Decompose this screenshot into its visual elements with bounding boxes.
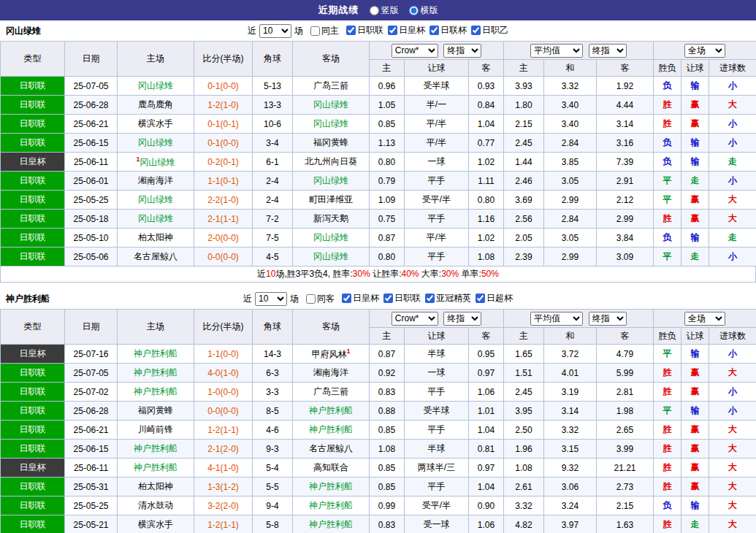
asia-time-select[interactable]: 终指	[443, 44, 481, 58]
layout-radio-horizontal[interactable]: 横版	[409, 4, 438, 17]
team-label: 清水鼓动	[138, 500, 173, 510]
date-cell: 25-06-11	[65, 153, 118, 172]
league-checkbox-input[interactable]	[383, 294, 393, 303]
euro-home-odds: 1.80	[504, 96, 544, 115]
asia-line-cell: 平/半	[405, 115, 469, 134]
summary-text: 单率:	[459, 269, 481, 279]
matches-table: 类型 日期 主场 比分(半场) 角球 客场 Crow* 终指 平均值 终指 全场	[0, 309, 756, 533]
away-team-cell: 高知联合	[293, 459, 370, 478]
league-checkbox-label: 日联杯	[440, 24, 467, 37]
euro-away-odds: 3.84	[597, 229, 654, 248]
home-team-cell: 福冈黄蜂	[118, 402, 194, 421]
euro-draw-odds: 2.99	[544, 191, 597, 210]
handicap-result-cell: 赢	[681, 115, 709, 134]
layout-radio-vertical[interactable]: 竖版	[370, 4, 399, 17]
goals-result-cell: 小	[709, 134, 756, 153]
asia-line-cell: 半球	[405, 440, 469, 459]
league-checkbox-input[interactable]	[425, 294, 435, 303]
same-venue-checkbox-input[interactable]	[310, 26, 320, 36]
home-team-cell: 1冈山绿雉	[118, 153, 194, 172]
asia-away-odds: 0.93	[469, 77, 504, 96]
horizontal-radio-icon[interactable]	[409, 6, 419, 15]
score-cell: 2-0(0-0)	[194, 229, 253, 248]
scope-select[interactable]: 全场	[684, 44, 725, 58]
league-filter-checkbox[interactable]: 日皇杯	[388, 24, 425, 37]
col-euro-away: 客	[597, 60, 654, 77]
goals-result-cell: 大	[709, 478, 756, 496]
match-count-select[interactable]: 10	[255, 292, 287, 306]
euro-home-odds: 1.08	[504, 459, 544, 478]
team-label: 神户胜利船	[309, 519, 353, 529]
match-row: 日职联25-05-25清水鼓动3-2(2-0)9-4神户胜利船0.99受平/半0…	[1, 496, 756, 515]
euro-away-odds: 7.39	[597, 153, 654, 172]
asia-line-cell: 半球	[405, 345, 469, 364]
euro-time-select[interactable]: 终指	[589, 44, 627, 58]
league-checkbox-input[interactable]	[346, 26, 356, 35]
same-venue-checkbox[interactable]: 同主	[310, 25, 339, 37]
league-badge: 日职联	[1, 383, 65, 402]
asia-home-odds: 0.85	[370, 421, 405, 440]
outcome-cell: 胜	[654, 364, 681, 383]
league-filter-checkbox[interactable]: 日联杯	[429, 24, 467, 37]
outcome-cell: 胜	[654, 421, 681, 440]
team-label: 横滨水手	[138, 519, 173, 529]
asia-away-odds: 0.97	[469, 459, 504, 478]
asia-source-select[interactable]: Crow*	[392, 44, 438, 58]
league-filter-checkbox[interactable]: 亚冠精英	[425, 292, 471, 304]
asia-odds-group: Crow* 终指	[370, 310, 504, 328]
team-label: 甲府风林	[311, 349, 346, 359]
away-team-cell: 甲府风林1	[293, 345, 370, 364]
league-filter-checkbox[interactable]: 日皇杯	[342, 292, 379, 304]
euro-source-select[interactable]: 平均值	[530, 312, 583, 326]
team-label: 冈山绿雉	[313, 251, 348, 261]
home-team-cell: 神户胜利船	[118, 345, 194, 364]
euro-draw-odds: 3.32	[544, 421, 597, 440]
league-filter-checkbox[interactable]: 日职乙	[471, 24, 508, 37]
euro-home-odds: 2.39	[504, 248, 544, 266]
euro-home-odds: 1.96	[504, 440, 544, 459]
score-cell: 1-2(1-0)	[194, 96, 253, 115]
home-team-cell: 冈山绿雉	[118, 210, 194, 229]
corners-cell: 4-5	[253, 248, 293, 266]
league-checkbox-input[interactable]	[342, 294, 351, 303]
corners-cell: 2-4	[253, 191, 293, 210]
matches-body: 日职联25-07-05冈山绿雉0-1(0-0)5-13广岛三箭0.96受半球0.…	[1, 77, 756, 266]
score-cell: 4-0(1-0)	[194, 364, 253, 383]
outcome-cell: 负	[654, 153, 681, 172]
away-team-cell: 冈山绿雉	[293, 115, 370, 134]
league-checkbox-input[interactable]	[471, 26, 481, 35]
match-count-select[interactable]: 10	[259, 24, 291, 38]
score-cell: 0-0(0-0)	[194, 402, 253, 421]
away-team-cell: 神户胜利船	[293, 421, 370, 440]
away-team-cell: 福冈黄蜂	[293, 134, 370, 153]
asia-odds-group: Crow* 终指	[370, 42, 504, 60]
near-label: 近	[248, 25, 256, 37]
team-label: 福冈黄蜂	[313, 137, 348, 147]
same-venue-checkbox[interactable]: 同客	[306, 293, 335, 305]
league-checkbox-input[interactable]	[388, 26, 397, 35]
scope-select[interactable]: 全场	[684, 312, 725, 326]
asia-away-odds: 0.84	[469, 96, 504, 115]
corners-cell: 3-4	[253, 134, 293, 153]
score-cell: 0-1(0-0)	[194, 77, 253, 96]
league-checkbox-input[interactable]	[429, 26, 439, 35]
euro-draw-odds: 3.15	[544, 440, 597, 459]
away-team-cell: 名古屋鲸八	[293, 440, 370, 459]
asia-time-select[interactable]: 终指	[443, 312, 481, 326]
date-cell: 25-07-02	[65, 383, 118, 402]
asia-source-select[interactable]: Crow*	[392, 312, 438, 326]
summary-row: 近10场,胜3平3负4, 胜率:30% 让胜率:40% 大率:30% 单率:50…	[0, 266, 756, 283]
league-filter-checkbox[interactable]: 日超杯	[476, 292, 513, 304]
outcome-cell: 平	[654, 248, 681, 266]
away-team-cell: 北九州向日葵	[293, 153, 370, 172]
euro-source-select[interactable]: 平均值	[530, 44, 583, 58]
league-filter-checkbox[interactable]: 日职联	[346, 24, 383, 37]
euro-time-select[interactable]: 终指	[589, 312, 627, 326]
date-cell: 25-05-18	[65, 210, 118, 229]
league-filter-checkbox[interactable]: 日职联	[383, 292, 421, 304]
same-venue-checkbox-input[interactable]	[306, 294, 316, 304]
vertical-radio-icon[interactable]	[370, 6, 379, 15]
col-corners: 角球	[253, 42, 293, 77]
league-badge: 日职联	[1, 77, 65, 96]
league-checkbox-input[interactable]	[476, 294, 485, 303]
